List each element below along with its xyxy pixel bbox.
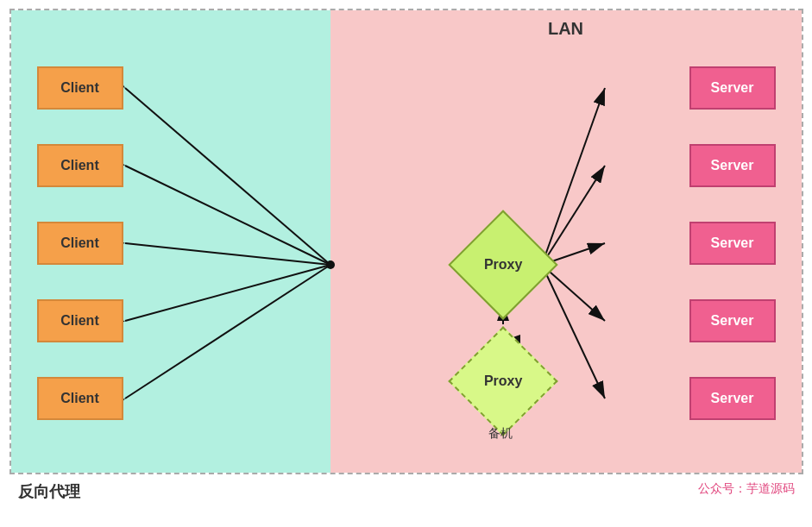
- proxy-backup-label: Proxy: [483, 373, 521, 389]
- server-box-1: Server: [689, 66, 776, 110]
- server-box-5: Server: [689, 377, 776, 420]
- client-box-2: Client: [37, 144, 123, 187]
- proxy-main-label: Proxy: [483, 257, 521, 273]
- server-box-4: Server: [689, 299, 776, 342]
- footer-left-label: 反向代理: [18, 481, 80, 502]
- backup-text-label: 备机: [488, 426, 513, 442]
- client-box-1: Client: [37, 66, 123, 110]
- client-box-5: Client: [37, 377, 123, 420]
- footer: 反向代理 公众号：芋道源码: [9, 474, 803, 502]
- diagram-wrapper: LAN: [9, 9, 803, 502]
- footer-right-label: 公众号：芋道源码: [698, 481, 795, 502]
- server-box-2: Server: [689, 144, 776, 187]
- client-box-4: Client: [37, 299, 123, 342]
- lan-label: LAN: [548, 19, 583, 39]
- client-box-3: Client: [37, 222, 123, 265]
- server-box-3: Server: [689, 222, 776, 265]
- diagram-container: LAN: [9, 9, 803, 474]
